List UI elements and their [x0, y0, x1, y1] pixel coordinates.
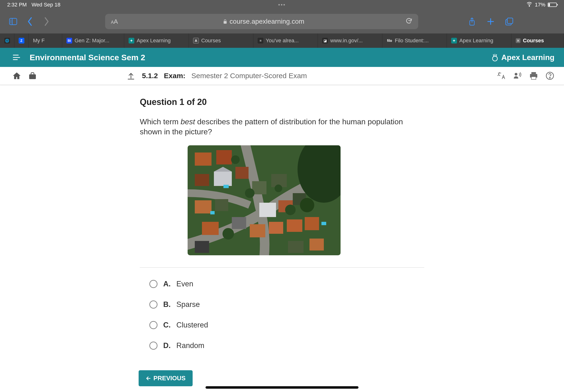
read-aloud-icon[interactable]: [513, 71, 522, 80]
sidebar-toggle-icon[interactable]: [7, 15, 19, 28]
radio-icon[interactable]: [149, 321, 157, 329]
safari-toolbar: AA course.apexlearning.com: [0, 10, 564, 33]
option-letter: A.: [163, 280, 171, 288]
svg-point-48: [231, 155, 240, 164]
ipad-status-bar: 2:32 PM Wed Sep 18 ••• 17%: [0, 0, 564, 10]
brand-logo[interactable]: Apex Learning: [491, 53, 554, 62]
radio-icon[interactable]: [149, 342, 157, 350]
home-icon[interactable]: [12, 71, 22, 81]
option-letter: C.: [163, 321, 171, 329]
previous-label: PREVIOUS: [153, 375, 185, 382]
svg-rect-44: [309, 238, 324, 251]
svg-point-15: [515, 73, 517, 76]
briefcase-icon[interactable]: [28, 71, 37, 81]
options-divider: [140, 267, 424, 268]
tab-3[interactable]: ACourses: [189, 33, 253, 48]
svg-rect-40: [287, 219, 302, 232]
svg-rect-10: [507, 18, 513, 23]
battery-percent: 17%: [535, 2, 545, 8]
url-host: course.apexlearning.com: [230, 18, 304, 25]
question-content: Question 1 of 20 Which term best describ…: [0, 85, 564, 360]
svg-rect-38: [250, 224, 265, 237]
tab-6[interactable]: filoFilo Student:...: [382, 33, 447, 48]
print-icon[interactable]: [529, 71, 538, 80]
forward-button: [41, 15, 53, 28]
tab-pinned-0[interactable]: 🌐: [0, 33, 14, 48]
tab-8[interactable]: Courses: [511, 33, 564, 48]
new-tab-icon[interactable]: [485, 15, 497, 28]
svg-rect-6: [223, 21, 227, 24]
exam-toolbar: 5.1.2 Exam: Semester 2 Computer-Scored E…: [0, 67, 564, 85]
svg-rect-29: [195, 200, 211, 213]
tab-label: www.in.gov/...: [330, 38, 363, 44]
question-image: [188, 145, 341, 255]
svg-rect-13: [29, 74, 36, 79]
tab-strip: 🌐 Z My F BIGen Z: Major... ✦Apex Learnin…: [0, 33, 564, 48]
svg-point-51: [222, 228, 234, 239]
tab-label: My F: [33, 38, 45, 44]
svg-rect-24: [216, 150, 232, 165]
text-size-icon[interactable]: AA: [111, 18, 122, 25]
option-d[interactable]: D. Random: [140, 339, 424, 352]
svg-rect-30: [215, 199, 228, 211]
up-left-arrow-icon[interactable]: [126, 71, 136, 81]
translate-icon[interactable]: [497, 71, 506, 80]
option-letter: B.: [163, 300, 171, 309]
svg-point-0: [529, 6, 530, 6]
tab-label: Apex Learning: [459, 38, 493, 44]
previous-button[interactable]: PREVIOUS: [139, 370, 193, 386]
tab-pinned-1[interactable]: Z: [14, 33, 29, 48]
tab-0[interactable]: My F: [29, 33, 62, 48]
share-icon[interactable]: [466, 15, 478, 28]
brand-text: Apex Learning: [501, 53, 554, 62]
tab-2[interactable]: ✦Apex Learning: [124, 33, 189, 48]
tab-5[interactable]: ◪www.in.gov/...: [318, 33, 382, 48]
option-a[interactable]: A. Even: [140, 277, 424, 291]
radio-icon[interactable]: [149, 300, 157, 308]
svg-rect-23: [195, 153, 211, 166]
question-heading: Question 1 of 20: [140, 97, 424, 107]
multitask-dots-icon[interactable]: •••: [191, 2, 374, 8]
arrow-left-icon: [146, 376, 151, 381]
tab-label: You've alrea...: [266, 38, 299, 44]
svg-rect-32: [202, 222, 219, 235]
option-c[interactable]: C. Clustered: [140, 318, 424, 332]
apex-logo-icon: [491, 53, 499, 61]
option-text: Clustered: [176, 321, 208, 329]
address-bar[interactable]: AA course.apexlearning.com: [105, 14, 418, 29]
tabs-overview-icon[interactable]: [503, 15, 515, 28]
svg-rect-46: [210, 211, 215, 214]
svg-rect-26: [214, 172, 232, 186]
tab-label: Courses: [523, 38, 544, 44]
tab-label: Apex Learning: [137, 38, 171, 44]
tab-7[interactable]: ✦Apex Learning: [447, 33, 511, 48]
svg-rect-36: [259, 203, 276, 217]
option-text: Even: [176, 280, 193, 288]
tab-4[interactable]: ≡You've alrea...: [253, 33, 318, 48]
exam-code: 5.1.2: [142, 72, 158, 80]
close-tab-icon[interactable]: [516, 38, 521, 43]
tab-1[interactable]: BIGen Z: Major...: [62, 33, 124, 48]
option-b[interactable]: B. Sparse: [140, 298, 424, 311]
home-indicator[interactable]: [206, 386, 358, 389]
option-text: Random: [176, 341, 204, 350]
tab-label: Courses: [201, 38, 221, 44]
svg-rect-28: [235, 167, 248, 179]
option-text: Sparse: [176, 300, 200, 309]
svg-rect-18: [532, 77, 536, 79]
exam-title: Semester 2 Computer-Scored Exam: [192, 72, 307, 80]
svg-point-50: [285, 205, 296, 215]
back-button[interactable]: [24, 15, 36, 28]
reload-icon[interactable]: [405, 17, 413, 26]
help-icon[interactable]: [545, 71, 554, 80]
course-title: Environmental Science Sem 2: [30, 53, 145, 62]
svg-rect-45: [223, 185, 229, 188]
menu-icon[interactable]: [13, 55, 20, 60]
question-prompt: Which term best describes the pattern of…: [140, 117, 424, 137]
radio-icon[interactable]: [149, 280, 157, 288]
svg-rect-39: [269, 222, 283, 234]
prompt-pre: Which term: [140, 117, 181, 126]
status-time: 2:32 PM: [7, 2, 27, 8]
svg-rect-47: [321, 222, 326, 225]
svg-point-49: [245, 188, 255, 198]
